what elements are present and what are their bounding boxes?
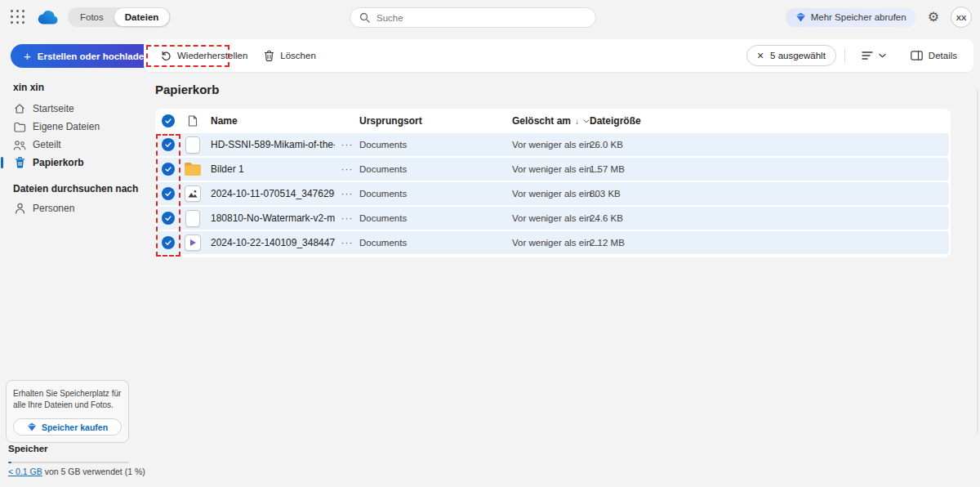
restore-icon bbox=[160, 50, 172, 61]
avatar[interactable]: XX bbox=[951, 7, 972, 28]
plus-icon: + bbox=[24, 49, 31, 63]
file-deleted-date: Vor weniger als ein... bbox=[512, 164, 590, 174]
trash-icon bbox=[13, 157, 26, 168]
sidebar-item-startseite[interactable]: Startseite bbox=[0, 100, 144, 118]
buy-storage-button[interactable]: Speicher kaufen bbox=[13, 418, 122, 436]
sort-menu-button[interactable] bbox=[853, 44, 894, 67]
storage-usage-text: < 0.1 GB von 5 GB verwendet (1 %) bbox=[8, 467, 145, 476]
sidebar-item-personen[interactable]: Personen bbox=[0, 199, 144, 217]
table-row[interactable]: 180810-No-Watermark-v2-mp4 ··· Documents… bbox=[157, 207, 949, 230]
sidebar-item-label: Geteilt bbox=[33, 139, 61, 150]
table-row[interactable]: HD-SSNI-589-Mikami-of-the-best-style... … bbox=[157, 133, 949, 156]
file-origin: Documents bbox=[359, 164, 512, 174]
more-options-button[interactable]: ··· bbox=[335, 237, 359, 248]
sidebar-item-label: Startseite bbox=[33, 103, 74, 114]
toggle-fotos[interactable]: Fotos bbox=[69, 9, 114, 25]
storage-progress-bar bbox=[8, 462, 129, 463]
premium-diamond-icon bbox=[795, 12, 806, 22]
command-bar-right: × 5 ausgewählt Details bbox=[746, 44, 965, 67]
file-name[interactable]: 2024-10-11-070514_347629521960210... bbox=[204, 188, 335, 199]
get-more-storage-button[interactable]: Mehr Speicher abrufen bbox=[786, 8, 916, 27]
toolbar-divider bbox=[844, 47, 845, 64]
storage-pill-label: Mehr Speicher abrufen bbox=[811, 12, 906, 22]
storage-upsell-card: Erhalten Sie Speicherplatz für alle Ihre… bbox=[6, 380, 129, 443]
file-icon bbox=[185, 136, 200, 154]
restore-label: Wiederherstellen bbox=[177, 51, 247, 60]
file-deleted-date: Vor weniger als ein... bbox=[512, 140, 590, 150]
column-header-deleted[interactable]: Gelöscht am ↓ bbox=[512, 115, 590, 127]
row-checkbox[interactable] bbox=[162, 212, 175, 225]
file-icon bbox=[185, 210, 200, 227]
sidebar-item-label: Eigene Dateien bbox=[33, 121, 100, 132]
selected-count-label: 5 ausgewählt bbox=[770, 51, 826, 60]
search-icon bbox=[359, 12, 370, 23]
details-label: Details bbox=[929, 51, 957, 60]
storage-header: Speicher bbox=[8, 444, 48, 453]
people-icon bbox=[13, 140, 26, 150]
sidebar-item-geteilt[interactable]: Geteilt bbox=[0, 136, 144, 154]
details-pane-icon bbox=[911, 51, 923, 60]
sort-descending-icon: ↓ bbox=[575, 117, 579, 126]
file-type-column-icon bbox=[181, 115, 204, 127]
more-options-button[interactable]: ··· bbox=[335, 188, 359, 199]
delete-label: Löschen bbox=[280, 51, 315, 60]
buy-storage-label: Speicher kaufen bbox=[42, 422, 108, 432]
topbar-right: Mehr Speicher abrufen ⚙ XX bbox=[786, 0, 972, 34]
file-name[interactable]: 180810-No-Watermark-v2-mp4 bbox=[204, 212, 335, 224]
file-deleted-date: Vor weniger als ein... bbox=[512, 189, 590, 199]
image-file-icon bbox=[185, 185, 201, 202]
upsell-text: Erhalten Sie Speicherplatz für alle Ihre… bbox=[13, 388, 122, 411]
row-checkbox[interactable] bbox=[162, 163, 175, 176]
chevron-down-icon bbox=[583, 119, 590, 123]
toggle-dateien[interactable]: Dateien bbox=[114, 8, 170, 26]
more-options-button[interactable]: ··· bbox=[335, 212, 359, 224]
file-origin: Documents bbox=[359, 140, 512, 150]
trash-icon bbox=[264, 50, 274, 61]
file-deleted-date: Vor weniger als ein... bbox=[512, 213, 590, 223]
row-checkbox[interactable] bbox=[162, 187, 175, 200]
sidebar: xin xin Startseite Eigene Dateien Geteil… bbox=[0, 78, 144, 217]
sidebar-user-name: xin xin bbox=[0, 78, 144, 100]
file-name[interactable]: HD-SSNI-589-Mikami-of-the-best-style... bbox=[204, 139, 335, 150]
select-all-checkbox[interactable] bbox=[162, 114, 175, 127]
file-name[interactable]: 2024-10-22-140109_348447608348778... bbox=[204, 237, 335, 248]
more-options-button[interactable]: ··· bbox=[335, 139, 359, 150]
folder-icon bbox=[13, 122, 26, 132]
file-origin: Documents bbox=[359, 238, 512, 248]
file-size: 1.57 MB bbox=[590, 164, 949, 174]
sidebar-item-papierkorb[interactable]: Papierkorb bbox=[0, 154, 144, 172]
more-options-button[interactable]: ··· bbox=[335, 163, 359, 175]
table-row[interactable]: 2024-10-22-140109_348447608348778... ···… bbox=[157, 231, 949, 254]
clear-selection-button[interactable]: × 5 ausgewählt bbox=[746, 45, 836, 66]
onedrive-logo-icon[interactable] bbox=[37, 10, 60, 25]
restore-button[interactable]: Wiederherstellen bbox=[152, 44, 256, 67]
delete-button[interactable]: Löschen bbox=[256, 44, 323, 67]
chevron-down-icon bbox=[879, 53, 886, 58]
fotos-dateien-toggle: Fotos Dateien bbox=[68, 7, 171, 27]
search-input[interactable] bbox=[350, 7, 596, 28]
column-header-origin[interactable]: Ursprungsort bbox=[359, 115, 512, 127]
home-icon bbox=[13, 103, 26, 114]
row-checkbox[interactable] bbox=[162, 138, 175, 151]
storage-usage-link[interactable]: < 0.1 GB bbox=[8, 467, 42, 476]
details-button[interactable]: Details bbox=[902, 44, 965, 67]
table-row[interactable]: 2024-10-11-070514_347629521960210... ···… bbox=[157, 182, 949, 205]
create-button-label: Erstellen oder hochladen bbox=[38, 51, 149, 61]
sort-lines-icon bbox=[862, 51, 873, 60]
top-bar: Fotos Dateien Mehr Speicher abrufen ⚙ XX bbox=[0, 0, 980, 34]
sidebar-item-eigene-dateien[interactable]: Eigene Dateien bbox=[0, 118, 144, 136]
table-header-row: Name Ursprungsort Gelöscht am ↓ Dateigrö… bbox=[155, 109, 951, 133]
column-header-name[interactable]: Name bbox=[204, 115, 335, 127]
create-or-upload-button[interactable]: + Erstellen oder hochladen bbox=[11, 44, 163, 68]
sidebar-browse-header: Dateien durchsuchen nach bbox=[0, 172, 144, 199]
row-checkbox[interactable] bbox=[162, 236, 175, 249]
table-row[interactable]: Bilder 1 ··· Documents Vor weniger als e… bbox=[157, 158, 949, 181]
command-bar: Wiederherstellen Löschen × 5 ausgewählt bbox=[144, 39, 973, 72]
scrollbar[interactable] bbox=[977, 90, 978, 433]
settings-gear-icon[interactable]: ⚙ bbox=[928, 11, 939, 24]
app-launcher-icon[interactable] bbox=[11, 10, 25, 25]
column-header-size[interactable]: Dateigröße bbox=[590, 115, 951, 127]
file-name[interactable]: Bilder 1 bbox=[204, 163, 335, 175]
file-origin: Documents bbox=[359, 189, 512, 199]
sidebar-item-label: Papierkorb bbox=[33, 157, 84, 168]
